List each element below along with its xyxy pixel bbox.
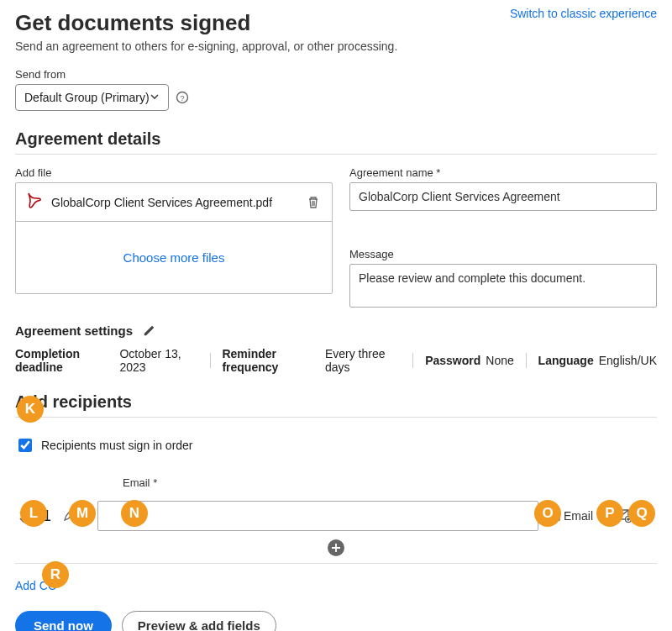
switch-classic-link[interactable]: Switch to classic experience [510,7,657,20]
agreement-name-input[interactable] [349,182,657,211]
pen-icon [62,507,77,525]
recipient-role-select[interactable] [62,507,91,525]
file-row: GlobalCorp Client Services Agreement.pdf [16,183,332,222]
reminder-frequency-label: Reminder frequency [222,347,319,374]
chevron-down-icon [596,509,606,523]
add-file-label: Add file [15,166,333,179]
add-recipient-button[interactable] [328,539,344,556]
edit-icon[interactable] [141,322,158,339]
divider [15,154,657,155]
message-label: Message [349,248,657,260]
separator [412,353,413,368]
add-cc-link[interactable]: Add CC [15,579,56,592]
send-now-button[interactable]: Send now [15,611,112,631]
recipient-email-label: Email * [123,476,157,489]
agreement-settings-header: Agreement settings [15,322,657,339]
sign-in-order-checkbox[interactable] [18,439,32,452]
chevron-down-icon [150,91,160,104]
recipient-order-number: 1 [39,507,55,525]
message-textarea[interactable]: Please review and complete this document… [349,264,657,308]
password-value: None [486,354,513,367]
agreement-name-label: Agreement name * [349,166,657,179]
add-recipient-row [15,539,657,564]
help-icon[interactable]: ? [176,91,189,104]
chevron-down-icon[interactable] [18,517,29,523]
chevron-up-icon[interactable] [18,508,29,515]
required-star: * [153,476,157,489]
required-star: * [436,166,440,179]
separator [526,353,527,368]
password-label: Password [425,354,480,367]
file-box: GlobalCorp Client Services Agreement.pdf… [15,182,333,294]
language-label: Language [538,354,594,367]
recipient-row: 1 Email [15,501,657,531]
page-subtitle: Send an agreement to others for e-signin… [15,39,657,53]
send-from-label: Send from [15,68,657,81]
sign-in-order-row: Recipients must sign in order [15,436,657,455]
trash-icon[interactable] [305,194,322,211]
completion-deadline-label: Completion deadline [15,347,114,374]
order-stepper[interactable] [15,508,32,523]
page-container: Switch to classic experience Get documen… [0,0,672,631]
delivery-method-select[interactable]: Email [545,509,606,523]
button-row: Send now Preview & add fields [15,611,657,631]
divider [15,417,657,418]
reminder-frequency-value: Every three days [325,347,401,374]
choose-more-files[interactable]: Choose more files [16,222,332,293]
sign-in-order-label: Recipients must sign in order [41,439,193,452]
send-from-select[interactable]: Default Group (Primary) [15,84,169,111]
delivery-label: Email [564,509,593,523]
envelope-icon [545,509,560,523]
completion-deadline-value: October 13, 2023 [119,347,197,374]
svg-text:?: ? [180,94,184,103]
file-name: GlobalCorp Client Services Agreement.pdf [51,196,305,209]
add-recipients-title: Add recipients [15,392,657,412]
recipient-email-input[interactable] [97,501,538,531]
send-from-value: Default Group (Primary) [24,91,150,104]
chevron-down-icon [81,509,91,523]
preview-add-fields-button[interactable]: Preview & add fields [122,611,276,631]
agreement-details-title: Agreement details [15,129,657,149]
pdf-icon [26,192,43,213]
agreement-settings-values: Completion deadlineOctober 13, 2023 Remi… [15,347,657,374]
language-value: English/UK [599,354,657,367]
agreement-settings-title: Agreement settings [15,323,133,338]
separator [210,353,211,368]
add-private-message-icon[interactable] [613,507,633,524]
delete-recipient-icon[interactable] [640,507,657,524]
